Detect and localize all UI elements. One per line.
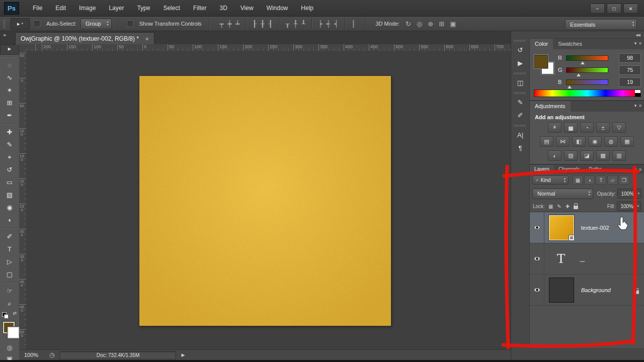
3d-properties-panel-icon[interactable]: ◫: [511, 76, 529, 89]
3d-slide-icon[interactable]: ⊞: [439, 20, 444, 28]
auto-select-checkbox[interactable]: [34, 21, 40, 27]
tab-color[interactable]: Color: [530, 39, 553, 49]
menu-item-layer[interactable]: Layer: [102, 0, 130, 17]
distribute-right-edges-icon[interactable]: ┥: [335, 17, 339, 31]
threshold-icon[interactable]: ◪: [580, 150, 594, 161]
menu-item-select[interactable]: Select: [156, 0, 186, 17]
menu-item-help[interactable]: Help: [294, 0, 320, 17]
panel-grip[interactable]: [514, 125, 526, 127]
expand-dock-icon[interactable]: ▸▸: [4, 33, 6, 37]
minimize-button[interactable]: −: [590, 4, 605, 14]
channel-slider[interactable]: [566, 67, 608, 73]
path-selection-tool[interactable]: ▷: [0, 255, 19, 268]
tab-swatches[interactable]: Swatches: [553, 39, 587, 49]
eraser-tool[interactable]: ▭: [0, 176, 19, 189]
canvas-pasteboard[interactable]: [26, 51, 511, 349]
photo-filter-icon[interactable]: ◉: [588, 136, 602, 147]
visibility-toggle[interactable]: [530, 275, 544, 305]
slider-knob[interactable]: [577, 71, 581, 76]
menu-item-edit[interactable]: Edit: [49, 0, 72, 17]
slider-knob[interactable]: [581, 59, 585, 64]
selective-color-icon[interactable]: ▥: [612, 150, 626, 161]
crop-tool[interactable]: ⊞: [0, 97, 19, 109]
distribute-top-edges-icon[interactable]: ┰: [286, 17, 290, 31]
current-tool-button[interactable]: ▸ ▾: [11, 18, 30, 30]
align-right-edges-icon[interactable]: ┨: [269, 17, 273, 31]
document-tab[interactable]: OwjGraphic @ 100% (textuer-002, RGB/8) *…: [15, 32, 154, 45]
filter-type-layers-icon[interactable]: T: [596, 175, 606, 185]
layer-thumbnail[interactable]: [549, 278, 574, 303]
lock-position-icon[interactable]: ✚: [566, 204, 570, 209]
visibility-toggle[interactable]: [530, 243, 544, 274]
eyedropper-tool[interactable]: ✒: [0, 109, 19, 122]
pen-tool[interactable]: ✐: [0, 230, 19, 243]
type-layer-thumbnail-icon[interactable]: T: [549, 247, 573, 271]
black-swatch[interactable]: [635, 93, 640, 97]
layer-name[interactable]: textuer-002: [581, 225, 609, 231]
channel-slider[interactable]: [566, 55, 608, 61]
lock-all-icon[interactable]: [574, 206, 578, 209]
layer-thumbnail[interactable]: [549, 215, 574, 240]
3d-roll-icon[interactable]: ◎: [417, 20, 422, 28]
tab-channels[interactable]: Channels: [554, 165, 584, 174]
curves-icon[interactable]: ◔: [580, 122, 594, 133]
tab-paths[interactable]: Paths: [584, 165, 606, 174]
align-top-edges-icon[interactable]: ┯: [220, 17, 224, 31]
distribute-spacing-icon[interactable]: ┋: [352, 17, 356, 31]
character-panel-icon[interactable]: A|: [511, 128, 529, 141]
history-panel-icon[interactable]: ↺: [511, 43, 529, 56]
quick-mask-button[interactable]: ◎: [0, 344, 19, 351]
gradient-tool[interactable]: ▧: [0, 189, 19, 201]
visibility-toggle[interactable]: [530, 212, 544, 243]
panel-grip[interactable]: [514, 40, 526, 42]
invert-icon[interactable]: ◐: [548, 150, 561, 161]
align-bottom-edges-icon[interactable]: ┷: [235, 17, 239, 31]
lasso-tool[interactable]: ∿: [0, 71, 19, 84]
default-colors-control[interactable]: ⇄: [2, 311, 17, 318]
align-left-edges-icon[interactable]: ┠: [253, 17, 257, 31]
type-tool[interactable]: T: [0, 243, 19, 255]
channel-value-field[interactable]: 98: [619, 53, 641, 63]
panel-grip[interactable]: [514, 72, 526, 74]
layer-row-textuer002[interactable]: textuer-002: [530, 212, 644, 243]
menu-item-type[interactable]: Type: [130, 0, 156, 17]
menu-item-view[interactable]: View: [234, 0, 260, 17]
layer-name[interactable]: ‿: [580, 255, 585, 262]
distribute-bottom-edges-icon[interactable]: ┸: [301, 17, 305, 31]
fill-field[interactable]: 100%: [617, 201, 641, 211]
healing-brush-tool[interactable]: ✚: [0, 126, 19, 138]
layer-row-[interactable]: T‿: [530, 243, 644, 275]
hand-tool[interactable]: ☞: [0, 285, 19, 297]
filter-adjustment-layers-icon[interactable]: ◑: [584, 175, 595, 185]
exposure-icon[interactable]: ±: [596, 122, 610, 133]
paragraph-panel-icon[interactable]: ¶: [511, 141, 529, 154]
color-spectrum-ramp[interactable]: [534, 89, 641, 97]
menu-item-filter[interactable]: Filter: [187, 0, 213, 17]
horizontal-ruler[interactable]: 2001501005005010015020025030035040045050…: [26, 44, 511, 51]
align-vertical-centers-icon[interactable]: ┿: [227, 17, 231, 31]
filter-smart-objects-icon[interactable]: ❐: [619, 175, 629, 185]
dodge-tool[interactable]: ◖: [0, 214, 19, 226]
tab-layers[interactable]: Layers: [530, 165, 554, 174]
lock-image-pixels-icon[interactable]: ✎: [557, 204, 561, 209]
close-button[interactable]: ✕: [623, 4, 638, 14]
gradient-map-icon[interactable]: ▩: [596, 150, 610, 161]
magic-wand-tool[interactable]: ✶: [0, 84, 19, 97]
menu-item-3d[interactable]: 3D: [213, 0, 233, 17]
show-transform-checkbox[interactable]: [127, 21, 133, 27]
shape-tool[interactable]: ▢: [0, 268, 19, 281]
blur-tool[interactable]: ◉: [0, 201, 19, 214]
document-canvas[interactable]: [139, 76, 391, 326]
status-menu-icon[interactable]: ▶: [181, 352, 185, 357]
align-horizontal-centers-icon[interactable]: ╂: [261, 17, 265, 31]
panel-menu-icon[interactable]: [634, 103, 642, 108]
layer-name[interactable]: Background: [581, 287, 611, 293]
filter-kind-dropdown[interactable]: ⌕ Kind: [532, 175, 569, 185]
distribute-vertical-centers-icon[interactable]: ╀: [293, 17, 297, 31]
photoshop-logo[interactable]: Ps: [4, 2, 19, 15]
clone-stamp-tool[interactable]: ⌖: [0, 151, 19, 163]
3d-rotate-icon[interactable]: ↻: [406, 20, 411, 28]
filter-pixel-layers-icon[interactable]: ▦: [573, 175, 583, 185]
levels-icon[interactable]: ▅: [564, 122, 578, 133]
collapse-dock-icon[interactable]: ◀◀: [635, 33, 640, 37]
